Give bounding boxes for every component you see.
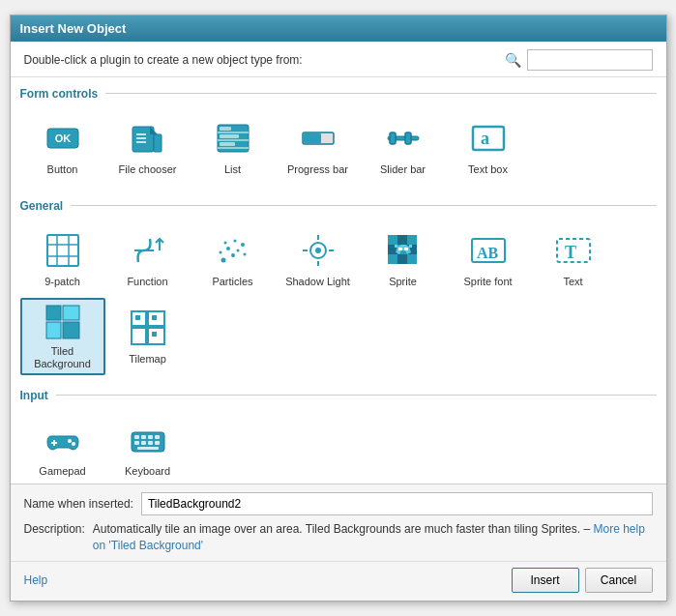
item-shadow-light[interactable]: Shadow Light bbox=[276, 220, 361, 298]
svg-text:a: a bbox=[481, 129, 489, 148]
item-particles[interactable]: Particles bbox=[191, 220, 276, 298]
svg-rect-76 bbox=[134, 435, 139, 439]
svg-rect-77 bbox=[141, 435, 146, 439]
svg-text:AB: AB bbox=[477, 245, 499, 261]
svg-point-34 bbox=[223, 242, 226, 245]
svg-rect-80 bbox=[134, 441, 139, 445]
item-progress-bar[interactable]: Progress bar bbox=[276, 108, 361, 186]
svg-rect-23 bbox=[47, 235, 78, 266]
item-keyboard[interactable]: Keyboard bbox=[105, 410, 191, 484]
name-input[interactable] bbox=[141, 492, 653, 515]
item-9patch[interactable]: 9-patch bbox=[20, 220, 105, 298]
item-gamepad[interactable]: Gamepad bbox=[20, 410, 105, 484]
gamepad-icon bbox=[42, 419, 84, 461]
svg-rect-60 bbox=[46, 306, 61, 320]
objects-scroll-area[interactable]: Form controls OK Button bbox=[11, 77, 666, 484]
svg-rect-43 bbox=[388, 235, 397, 245]
item-sprite-label: Sprite bbox=[389, 276, 417, 288]
svg-rect-44 bbox=[397, 235, 407, 245]
shadow-light-icon bbox=[297, 229, 339, 272]
search-input[interactable] bbox=[527, 49, 653, 71]
svg-rect-61 bbox=[63, 306, 79, 320]
svg-rect-14 bbox=[220, 142, 235, 146]
svg-point-32 bbox=[241, 243, 245, 247]
svg-rect-45 bbox=[407, 235, 417, 245]
item-function-label: Function bbox=[127, 276, 167, 288]
section-header-input: Input bbox=[11, 385, 666, 406]
item-particles-label: Particles bbox=[212, 276, 252, 288]
progress-bar-icon bbox=[297, 117, 339, 160]
item-button[interactable]: OK Button bbox=[20, 108, 105, 186]
svg-point-74 bbox=[72, 442, 75, 446]
bottom-area: Name when inserted: Description: Automat… bbox=[11, 484, 666, 601]
slider-bar-icon bbox=[382, 117, 425, 160]
item-text[interactable]: T Text bbox=[531, 220, 616, 298]
item-slider-bar-label: Slider bar bbox=[380, 163, 426, 176]
svg-rect-70 bbox=[152, 315, 157, 320]
svg-rect-12 bbox=[220, 127, 231, 131]
buttons-right: Insert Cancel bbox=[512, 568, 653, 593]
description-label: Description: bbox=[24, 521, 85, 554]
item-gamepad-label: Gamepad bbox=[39, 465, 85, 478]
general-grid: 9-patch Function bbox=[11, 217, 666, 383]
help-link[interactable]: Help bbox=[24, 573, 48, 587]
svg-rect-66 bbox=[132, 328, 146, 344]
dialog-title: Insert New Object bbox=[20, 21, 127, 36]
item-9patch-label: 9-patch bbox=[44, 276, 80, 288]
svg-rect-18 bbox=[390, 132, 396, 144]
svg-rect-19 bbox=[405, 132, 411, 144]
sprite-font-icon: AB bbox=[467, 229, 510, 272]
insert-new-object-dialog: Insert New Object Double-click a plugin … bbox=[10, 15, 667, 602]
sprite-icon bbox=[382, 229, 425, 272]
item-keyboard-label: Keyboard bbox=[125, 465, 170, 478]
list-icon bbox=[212, 117, 254, 160]
function-icon bbox=[127, 229, 169, 272]
item-tiled-background[interactable]: Tiled Background bbox=[20, 298, 105, 375]
description-row: Description: Automatically tile an image… bbox=[11, 519, 666, 562]
item-sprite-font-label: Sprite font bbox=[463, 276, 512, 288]
button-row: Help Insert Cancel bbox=[11, 561, 666, 601]
svg-point-38 bbox=[315, 248, 321, 253]
cancel-button[interactable]: Cancel bbox=[585, 568, 653, 593]
item-text-box-label: Text box bbox=[468, 163, 508, 176]
section-header-form-controls: Form controls bbox=[11, 83, 666, 104]
item-sprite-font[interactable]: AB Sprite font bbox=[446, 220, 531, 298]
svg-rect-51 bbox=[407, 254, 417, 264]
item-tilemap[interactable]: Tilemap bbox=[105, 298, 191, 375]
tilemap-icon bbox=[127, 307, 169, 349]
item-list-label: List bbox=[224, 163, 241, 176]
svg-rect-49 bbox=[388, 254, 397, 264]
svg-rect-84 bbox=[137, 447, 159, 450]
svg-rect-50 bbox=[397, 254, 407, 264]
svg-point-30 bbox=[226, 247, 230, 250]
item-function[interactable]: Function bbox=[105, 220, 191, 298]
item-text-box[interactable]: a Text box bbox=[446, 108, 531, 186]
svg-rect-81 bbox=[141, 441, 146, 445]
item-tilemap-label: Tilemap bbox=[129, 353, 166, 366]
item-file-chooser-label: File chooser bbox=[119, 163, 177, 176]
particles-icon bbox=[212, 229, 254, 272]
svg-point-33 bbox=[233, 240, 236, 243]
item-slider-bar[interactable]: Slider bar bbox=[361, 108, 446, 186]
item-file-chooser[interactable]: File chooser bbox=[105, 108, 191, 186]
svg-point-29 bbox=[231, 253, 235, 257]
svg-rect-62 bbox=[46, 322, 61, 338]
svg-rect-54 bbox=[395, 245, 397, 248]
search-icon: 🔍 bbox=[504, 50, 523, 70]
insert-button[interactable]: Insert bbox=[512, 568, 579, 593]
subtitle-row: Double-click a plugin to create a new ob… bbox=[11, 42, 666, 77]
svg-rect-55 bbox=[409, 245, 412, 248]
svg-rect-83 bbox=[155, 441, 160, 445]
name-row: Name when inserted: bbox=[11, 484, 666, 519]
svg-rect-63 bbox=[63, 322, 79, 338]
svg-rect-69 bbox=[135, 315, 140, 320]
file-chooser-icon bbox=[127, 117, 169, 160]
svg-rect-68 bbox=[152, 332, 157, 337]
svg-rect-16 bbox=[304, 133, 321, 143]
item-list[interactable]: List bbox=[191, 108, 276, 186]
item-shadow-light-label: Shadow Light bbox=[285, 276, 350, 288]
item-sprite[interactable]: Sprite bbox=[361, 220, 446, 298]
svg-text:T: T bbox=[565, 243, 576, 262]
svg-rect-79 bbox=[155, 435, 160, 439]
item-tiled-background-label: Tiled Background bbox=[26, 345, 100, 370]
